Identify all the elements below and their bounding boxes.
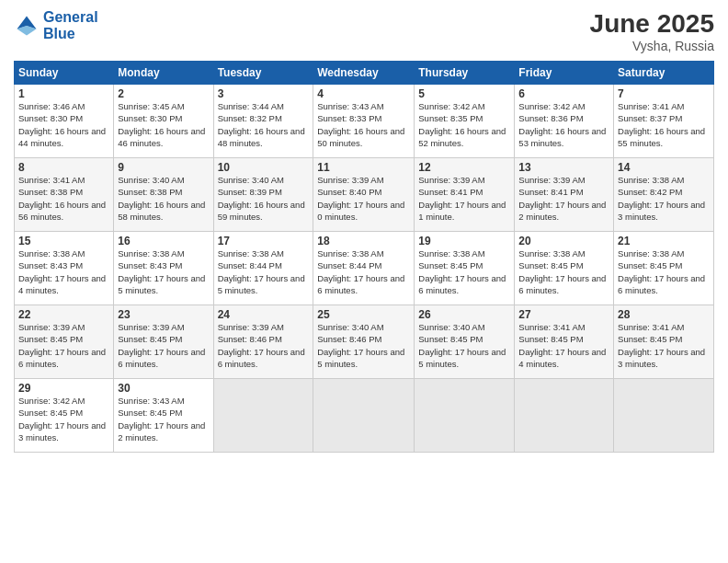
col-tuesday: Tuesday [213, 62, 313, 85]
table-row: 26 Sunrise: 3:40 AM Sunset: 8:45 PM Dayl… [415, 305, 515, 379]
col-thursday: Thursday [415, 62, 515, 85]
table-row: 2 Sunrise: 3:45 AM Sunset: 8:30 PM Dayli… [114, 85, 213, 158]
calendar-row: 15 Sunrise: 3:38 AM Sunset: 8:43 PM Dayl… [15, 232, 714, 305]
day-info: Sunrise: 3:38 AM Sunset: 8:45 PM Dayligh… [618, 247, 710, 296]
day-number: 1 [18, 87, 109, 100]
day-number: 11 [317, 161, 410, 174]
table-row: 8 Sunrise: 3:41 AM Sunset: 8:38 PM Dayli… [15, 158, 114, 232]
logo-icon [14, 13, 40, 39]
table-row: 21 Sunrise: 3:38 AM Sunset: 8:45 PM Dayl… [614, 232, 714, 305]
table-row: 22 Sunrise: 3:39 AM Sunset: 8:45 PM Dayl… [15, 305, 114, 379]
day-info: Sunrise: 3:44 AM Sunset: 8:32 PM Dayligh… [218, 100, 310, 149]
table-row: 9 Sunrise: 3:40 AM Sunset: 8:38 PM Dayli… [114, 158, 213, 232]
day-number: 27 [518, 308, 609, 321]
day-number: 9 [118, 161, 209, 174]
day-info: Sunrise: 3:41 AM Sunset: 8:45 PM Dayligh… [518, 321, 609, 370]
day-number: 2 [118, 87, 209, 100]
table-row: 20 Sunrise: 3:38 AM Sunset: 8:45 PM Dayl… [515, 232, 614, 305]
location: Vysha, Russia [590, 39, 714, 53]
title-block: June 2025 Vysha, Russia [590, 9, 714, 53]
day-info: Sunrise: 3:38 AM Sunset: 8:44 PM Dayligh… [317, 247, 410, 296]
day-number: 29 [18, 382, 109, 395]
day-info: Sunrise: 3:42 AM Sunset: 8:36 PM Dayligh… [518, 100, 609, 149]
table-row: 23 Sunrise: 3:39 AM Sunset: 8:45 PM Dayl… [114, 305, 213, 379]
table-row: 1 Sunrise: 3:46 AM Sunset: 8:30 PM Dayli… [15, 85, 114, 158]
table-row: 27 Sunrise: 3:41 AM Sunset: 8:45 PM Dayl… [515, 305, 614, 379]
day-number: 30 [118, 382, 209, 395]
day-number: 16 [118, 235, 209, 247]
month-title: June 2025 [590, 9, 714, 39]
table-row [515, 379, 614, 453]
day-info: Sunrise: 3:43 AM Sunset: 8:33 PM Dayligh… [317, 100, 410, 149]
table-row: 18 Sunrise: 3:38 AM Sunset: 8:44 PM Dayl… [313, 232, 415, 305]
day-number: 4 [317, 87, 410, 100]
table-row: 12 Sunrise: 3:39 AM Sunset: 8:41 PM Dayl… [415, 158, 515, 232]
table-row [313, 379, 415, 453]
day-info: Sunrise: 3:40 AM Sunset: 8:45 PM Dayligh… [418, 321, 510, 370]
logo-text: General Blue [43, 9, 98, 41]
day-info: Sunrise: 3:43 AM Sunset: 8:45 PM Dayligh… [118, 395, 209, 443]
day-info: Sunrise: 3:42 AM Sunset: 8:35 PM Dayligh… [418, 100, 510, 149]
table-row [415, 379, 515, 453]
day-number: 20 [518, 235, 609, 247]
table-row: 11 Sunrise: 3:39 AM Sunset: 8:40 PM Dayl… [313, 158, 415, 232]
table-row: 24 Sunrise: 3:39 AM Sunset: 8:46 PM Dayl… [213, 305, 313, 379]
day-info: Sunrise: 3:38 AM Sunset: 8:45 PM Dayligh… [418, 247, 510, 296]
day-info: Sunrise: 3:38 AM Sunset: 8:43 PM Dayligh… [118, 247, 209, 296]
day-number: 23 [118, 308, 209, 321]
table-row: 17 Sunrise: 3:38 AM Sunset: 8:44 PM Dayl… [213, 232, 313, 305]
day-number: 18 [317, 235, 410, 247]
header: General Blue June 2025 Vysha, Russia [14, 9, 714, 53]
day-info: Sunrise: 3:46 AM Sunset: 8:30 PM Dayligh… [18, 100, 109, 149]
calendar-row: 1 Sunrise: 3:46 AM Sunset: 8:30 PM Dayli… [15, 85, 714, 158]
day-number: 13 [518, 161, 609, 174]
table-row: 4 Sunrise: 3:43 AM Sunset: 8:33 PM Dayli… [313, 85, 415, 158]
table-row: 13 Sunrise: 3:39 AM Sunset: 8:41 PM Dayl… [515, 158, 614, 232]
day-number: 5 [418, 87, 510, 100]
day-info: Sunrise: 3:40 AM Sunset: 8:38 PM Dayligh… [118, 174, 209, 223]
day-number: 8 [18, 161, 109, 174]
day-info: Sunrise: 3:38 AM Sunset: 8:43 PM Dayligh… [18, 247, 109, 296]
page: General Blue June 2025 Vysha, Russia Sun… [0, 0, 728, 563]
table-row: 5 Sunrise: 3:42 AM Sunset: 8:35 PM Dayli… [415, 85, 515, 158]
calendar-row: 22 Sunrise: 3:39 AM Sunset: 8:45 PM Dayl… [15, 305, 714, 379]
day-info: Sunrise: 3:40 AM Sunset: 8:39 PM Dayligh… [218, 174, 310, 223]
day-number: 21 [618, 235, 710, 247]
table-row: 28 Sunrise: 3:41 AM Sunset: 8:45 PM Dayl… [614, 305, 714, 379]
day-number: 19 [418, 235, 510, 247]
table-row: 14 Sunrise: 3:38 AM Sunset: 8:42 PM Dayl… [614, 158, 714, 232]
day-info: Sunrise: 3:40 AM Sunset: 8:46 PM Dayligh… [317, 321, 410, 370]
day-info: Sunrise: 3:39 AM Sunset: 8:41 PM Dayligh… [518, 174, 609, 223]
day-number: 26 [418, 308, 510, 321]
day-info: Sunrise: 3:39 AM Sunset: 8:46 PM Dayligh… [218, 321, 310, 370]
col-monday: Monday [114, 62, 213, 85]
table-row: 19 Sunrise: 3:38 AM Sunset: 8:45 PM Dayl… [415, 232, 515, 305]
table-row: 16 Sunrise: 3:38 AM Sunset: 8:43 PM Dayl… [114, 232, 213, 305]
day-number: 22 [18, 308, 109, 321]
day-info: Sunrise: 3:39 AM Sunset: 8:40 PM Dayligh… [317, 174, 410, 223]
calendar-row: 29 Sunrise: 3:42 AM Sunset: 8:45 PM Dayl… [15, 379, 714, 453]
calendar-header-row: Sunday Monday Tuesday Wednesday Thursday… [15, 62, 714, 85]
day-info: Sunrise: 3:41 AM Sunset: 8:37 PM Dayligh… [618, 100, 710, 149]
day-info: Sunrise: 3:39 AM Sunset: 8:45 PM Dayligh… [118, 321, 209, 370]
day-number: 7 [618, 87, 710, 100]
table-row: 6 Sunrise: 3:42 AM Sunset: 8:36 PM Dayli… [515, 85, 614, 158]
day-number: 17 [218, 235, 310, 247]
calendar-table: Sunday Monday Tuesday Wednesday Thursday… [14, 61, 714, 453]
table-row: 3 Sunrise: 3:44 AM Sunset: 8:32 PM Dayli… [213, 85, 313, 158]
day-number: 15 [18, 235, 109, 247]
day-info: Sunrise: 3:45 AM Sunset: 8:30 PM Dayligh… [118, 100, 209, 149]
day-number: 25 [317, 308, 410, 321]
table-row: 30 Sunrise: 3:43 AM Sunset: 8:45 PM Dayl… [114, 379, 213, 453]
logo: General Blue [14, 9, 98, 41]
logo-general: General [43, 9, 98, 25]
day-info: Sunrise: 3:41 AM Sunset: 8:38 PM Dayligh… [18, 174, 109, 223]
logo-blue: Blue [43, 26, 75, 41]
day-info: Sunrise: 3:39 AM Sunset: 8:45 PM Dayligh… [18, 321, 109, 370]
day-number: 24 [218, 308, 310, 321]
day-info: Sunrise: 3:41 AM Sunset: 8:45 PM Dayligh… [618, 321, 710, 370]
day-number: 12 [418, 161, 510, 174]
calendar-row: 8 Sunrise: 3:41 AM Sunset: 8:38 PM Dayli… [15, 158, 714, 232]
table-row: 10 Sunrise: 3:40 AM Sunset: 8:39 PM Dayl… [213, 158, 313, 232]
day-number: 28 [618, 308, 710, 321]
